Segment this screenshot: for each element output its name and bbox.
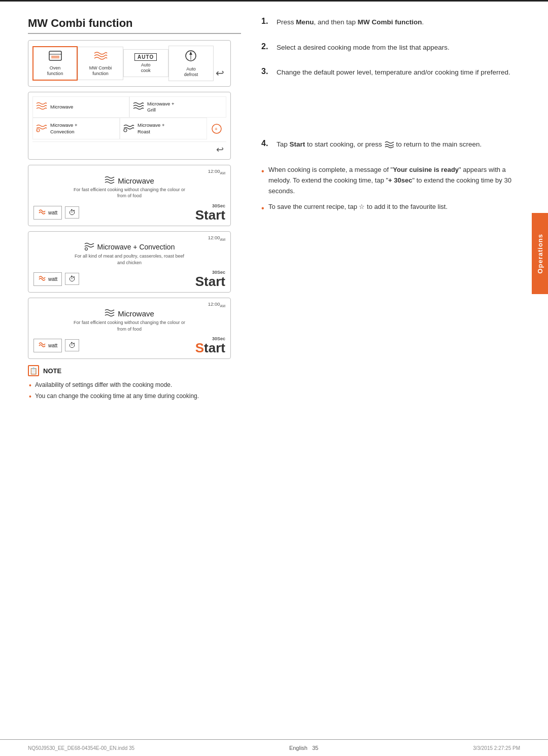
menu-item-auto-cook[interactable]: AUTO Autocook — [123, 49, 168, 77]
microwave-icon — [36, 101, 47, 113]
operations-sidebar: Operations — [532, 213, 548, 294]
sc3-watt-icon — [38, 208, 46, 218]
sc3-timer-icon: ⏱ — [68, 208, 76, 217]
microwave-grill-icon — [133, 101, 144, 113]
sc4-watt-label: watt — [48, 276, 57, 282]
option-microwave-roast[interactable]: Microwave +Roast — [120, 118, 207, 139]
footer-date: 3/3/2015 2:27:25 PM — [473, 745, 520, 751]
options-row-1: Microwave Microwave +Grill — [32, 96, 226, 118]
sc3-title-text: Microwave — [118, 176, 154, 185]
right-notes: When cooking is complete, a message of "… — [261, 165, 520, 212]
oven-function-icon — [48, 50, 62, 64]
step-4: 4. Tap Start to start cooking, or press … — [261, 139, 520, 150]
step1-text: Press Menu, and then tap MW Combi functi… — [277, 17, 424, 28]
step2-text: Select a desired cooking mode from the l… — [277, 42, 450, 53]
screen1-menu: Ovenfunction MW Combifunction — [28, 40, 231, 87]
sc3-microwave-icon — [105, 176, 115, 186]
sc5-title: Microwave — [33, 309, 225, 318]
screen5-microwave2: 12:00AM Microwave For fast efficient coo… — [28, 298, 231, 359]
footer-page: English 35 — [289, 745, 319, 751]
sc5-watt-control[interactable]: watt — [33, 339, 62, 352]
sc4-timer-control[interactable]: ⏱ — [65, 273, 79, 285]
step1-number: 1. — [261, 17, 271, 26]
auto-badge: AUTO — [134, 53, 157, 61]
sc3-subtitle: For fast efficient cooking without chang… — [33, 187, 225, 199]
screen3-microwave: 12:00AM Microwave For fast efficient coo… — [28, 165, 231, 226]
sc3-watt-control[interactable]: watt — [33, 206, 62, 220]
sc3-time: 12:00AM — [33, 168, 225, 175]
options-back-button[interactable]: ↩ — [32, 141, 226, 155]
menu-row-1: Ovenfunction MW Combifunction — [32, 46, 226, 81]
right-column: 1. Press Menu, and then tap MW Combi fun… — [251, 17, 520, 403]
page-wrapper: Operations MW Combi function — [0, 0, 548, 756]
sc4-timer-icon: ⏱ — [68, 275, 76, 283]
sc4-start-button[interactable]: Start — [195, 275, 225, 288]
note-title: 📋 NOTE — [28, 365, 231, 376]
sc4-title: Microwave + Convection — [33, 242, 225, 252]
step4-text: Tap Start to start cooking, or press to … — [277, 139, 482, 150]
sc3-controls: watt ⏱ 30Sec Start — [33, 203, 225, 222]
option-microwave-roast-label: Microwave +Roast — [138, 122, 165, 135]
sc5-controls: watt ⏱ 30Sec Start — [33, 336, 225, 354]
footer-page-number: 35 — [312, 745, 318, 751]
footer-language: English — [289, 745, 307, 751]
sc5-timer-control[interactable]: ⏱ — [65, 339, 79, 351]
sc5-subtitle: For fast efficient cooking without chang… — [33, 319, 225, 332]
sc3-start-area: 30Sec Start — [195, 203, 225, 222]
left-column: MW Combi function — [28, 17, 251, 403]
sc3-watt-label: watt — [48, 210, 57, 215]
menu-item-oven-function[interactable]: Ovenfunction — [32, 46, 78, 81]
option-microwave-grill-label: Microwave +Grill — [147, 101, 175, 114]
note-icon: 📋 — [28, 365, 39, 376]
right-note-1: When cooking is complete, a message of "… — [261, 165, 520, 196]
screen4-mw-convection: 12:00AM Microwave + Convection For all k… — [28, 231, 231, 293]
note-item-1: Availability of settings differ with the… — [28, 380, 231, 389]
option-microwave-convection[interactable]: f Microwave +Convection — [32, 118, 120, 139]
sc5-time: 12:00AM — [33, 301, 225, 308]
section-title: MW Combi function — [28, 17, 241, 34]
sc3-timer-control[interactable]: ⏱ — [65, 206, 79, 219]
step3-number: 3. — [261, 67, 271, 76]
svg-text:+: + — [215, 126, 218, 132]
note-list: Availability of settings differ with the… — [28, 380, 231, 401]
note-title-text: NOTE — [43, 367, 61, 375]
back-button-1[interactable]: ↩ — [214, 65, 226, 81]
sc4-convection-icon — [84, 242, 94, 252]
step3-text: Change the default power level, temperat… — [277, 67, 510, 78]
step-2: 2. Select a desired cooking mode from th… — [261, 42, 520, 53]
option-microwave-label: Microwave — [50, 104, 73, 110]
bottom-footer: NQ50J9530_EE_DE68-04354E-00_EN.indd 35 E… — [0, 739, 548, 756]
sc5-start-area: 30Sec Start — [195, 336, 225, 354]
step-3: 3. Change the default power level, tempe… — [261, 67, 520, 78]
menu-item-mw-combi[interactable]: MW Combifunction — [78, 47, 123, 80]
oven-function-label: Ovenfunction — [47, 65, 63, 77]
footer-file: NQ50J9530_EE_DE68-04354E-00_EN.indd 35 — [28, 745, 134, 751]
options-row-2: f Microwave +Convection — [32, 118, 226, 139]
note-section: 📋 NOTE Availability of settings differ w… — [28, 365, 231, 401]
microwave-convection-icon: f — [36, 123, 47, 134]
sc3-start-button[interactable]: Start — [195, 208, 225, 222]
right-note-2: To save the current recipe, tap ☆ to add… — [261, 202, 520, 212]
auto-defrost-label: Autodefrost — [184, 66, 198, 78]
sc4-watt-control[interactable]: watt — [33, 272, 62, 286]
screen2-options: Microwave Microwave +Grill — [28, 92, 231, 160]
sc4-watt-icon — [38, 274, 46, 284]
sc5-timer-icon: ⏱ — [68, 341, 76, 349]
option-microwave[interactable]: Microwave — [32, 96, 129, 118]
option-extra-icon: + — [207, 118, 226, 139]
svg-rect-0 — [49, 51, 61, 60]
sc5-start-button[interactable]: Start — [195, 341, 225, 354]
svg-point-12 — [85, 247, 87, 250]
sc5-title-text: Microwave — [118, 309, 154, 318]
sc4-start-area: 30Sec Start — [195, 270, 225, 288]
sc4-controls: watt ⏱ 30Sec Start — [33, 270, 225, 288]
right-note-list: When cooking is complete, a message of "… — [261, 165, 520, 212]
mw-combi-icon — [93, 50, 108, 64]
menu-item-auto-defrost[interactable]: Autodefrost — [168, 46, 214, 81]
sc5-microwave-icon — [105, 309, 115, 318]
mw-combi-label: MW Combifunction — [89, 65, 112, 77]
note-item-2: You can change the cooking time at any t… — [28, 391, 231, 401]
option-microwave-grill[interactable]: Microwave +Grill — [129, 96, 226, 118]
sc4-subtitle: For all kind of meat and poultry, casser… — [33, 253, 225, 266]
sc4-time: 12:00AM — [33, 235, 225, 241]
